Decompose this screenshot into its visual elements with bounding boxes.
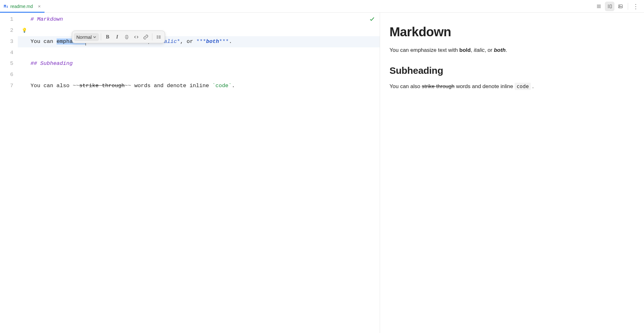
link-icon xyxy=(143,34,149,40)
svg-point-4 xyxy=(157,37,157,37)
bold-button[interactable]: B xyxy=(103,32,112,41)
line-number: 2 xyxy=(0,25,13,36)
code-line[interactable]: ## Subheading xyxy=(18,58,380,69)
preview-icon xyxy=(618,3,623,9)
strikethrough-icon xyxy=(124,34,129,40)
tab-readme[interactable]: M↓ readme.md × xyxy=(0,0,45,12)
strikethrough-button[interactable] xyxy=(122,32,131,41)
code-content[interactable]: 💡 # Markdown You can emphasize text with… xyxy=(18,13,380,333)
svg-point-5 xyxy=(157,38,157,38)
preview-h2: Subheading xyxy=(390,65,634,76)
preview-h1: Markdown xyxy=(390,25,634,39)
tab-bar: M↓ readme.md × ⋮ xyxy=(0,0,644,13)
tab-filename: readme.md xyxy=(10,4,33,9)
line-number: 3 xyxy=(0,36,13,47)
line-number: 7 xyxy=(0,80,13,92)
chevron-down-icon xyxy=(93,35,96,39)
paragraph-style-label: Normal xyxy=(76,34,92,40)
line-number: 1 xyxy=(0,14,13,25)
italic-button[interactable]: I xyxy=(113,32,121,41)
more-options-button[interactable]: ⋮ xyxy=(631,3,641,10)
code-line[interactable] xyxy=(18,69,380,80)
svg-point-2 xyxy=(620,5,620,6)
line-number: 5 xyxy=(0,58,13,69)
split-view-icon xyxy=(607,3,613,9)
code-button[interactable] xyxy=(132,32,141,41)
divider xyxy=(628,3,628,10)
view-split-button[interactable] xyxy=(605,2,614,11)
line-number: 6 xyxy=(0,69,13,80)
code-line[interactable] xyxy=(18,47,380,59)
code-line[interactable]: You can also ~~strike through~~ words an… xyxy=(18,80,380,92)
divider xyxy=(101,33,101,40)
editor-pane: 1 2 3 4 5 6 7 💡 # Markdown You can empha… xyxy=(0,13,380,333)
preview-paragraph: You can also strike through words and de… xyxy=(390,82,634,91)
paragraph-style-dropdown[interactable]: Normal xyxy=(74,33,99,41)
list-icon xyxy=(156,34,162,40)
view-source-only-button[interactable] xyxy=(594,2,604,11)
line-number: 4 xyxy=(0,47,13,59)
no-problems-check-icon[interactable] xyxy=(369,16,375,24)
code-icon xyxy=(134,34,139,40)
line-number-gutter: 1 2 3 4 5 6 7 xyxy=(0,13,18,333)
tabbar-right-controls: ⋮ xyxy=(594,0,644,12)
preview-paragraph: You can emphasize text with bold, italic… xyxy=(390,46,634,54)
floating-format-toolbar: Normal B I xyxy=(72,31,165,43)
list-button[interactable] xyxy=(154,32,163,41)
svg-rect-0 xyxy=(610,4,612,8)
markdown-file-icon: M↓ xyxy=(4,4,8,9)
view-preview-only-button[interactable] xyxy=(616,2,625,11)
svg-point-3 xyxy=(157,36,157,36)
preview-pane: Markdown You can emphasize text with bol… xyxy=(380,13,644,333)
close-icon[interactable]: × xyxy=(38,3,41,9)
code-line[interactable]: # Markdown xyxy=(18,14,380,25)
lines-icon xyxy=(596,3,602,9)
divider xyxy=(152,33,152,40)
link-button[interactable] xyxy=(141,32,150,41)
split-container: 1 2 3 4 5 6 7 💡 # Markdown You can empha… xyxy=(0,13,644,333)
code-editor[interactable]: 1 2 3 4 5 6 7 💡 # Markdown You can empha… xyxy=(0,13,380,333)
svg-rect-1 xyxy=(619,4,622,8)
